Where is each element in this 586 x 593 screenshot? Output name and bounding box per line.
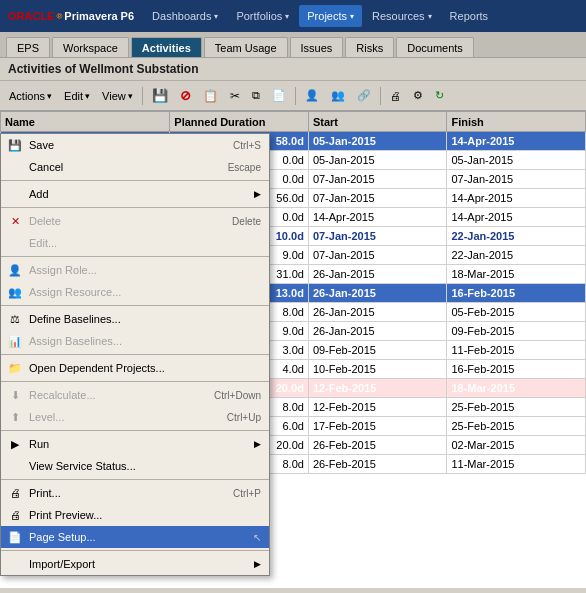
cell-start: 07-Jan-2015 (308, 170, 447, 189)
tab-team-usage[interactable]: Team Usage (204, 37, 288, 57)
define-baselines-icon: ⚖ (5, 313, 25, 326)
menu-item-open-dependent[interactable]: 📁 Open Dependent Projects... (1, 357, 269, 379)
portfolios-arrow: ▾ (285, 12, 289, 21)
cell-finish: 14-Apr-2015 (447, 189, 586, 208)
menu-item-cancel[interactable]: Cancel Escape (1, 156, 269, 178)
menu-item-add[interactable]: Add ▶ (1, 183, 269, 205)
cell-finish: 07-Jan-2015 (447, 170, 586, 189)
cell-finish: 18-Mar-2015 (447, 379, 586, 398)
tab-issues[interactable]: Issues (290, 37, 344, 57)
nav-portfolios[interactable]: Portfolios ▾ (228, 5, 297, 27)
menu-item-assign-role: 👤 Assign Role... (1, 259, 269, 281)
toolbar-add-btn[interactable]: 📋 (198, 85, 223, 107)
app-logo: ORACLE ® Primavera P6 (8, 10, 134, 22)
toolbar-separator-1 (142, 87, 143, 105)
nav-projects[interactable]: Projects ▾ (299, 5, 362, 27)
toolbar-refresh-btn[interactable]: ↻ (430, 85, 449, 107)
toolbar: Actions ▾ Edit ▾ View ▾ 💾 ⊘ 📋 ✂ ⧉ 📄 👤 👥 … (0, 81, 586, 111)
paste-icon: 📄 (272, 89, 286, 102)
cell-start: 26-Jan-2015 (308, 303, 447, 322)
cell-start: 14-Apr-2015 (308, 208, 447, 227)
dashboards-arrow: ▾ (214, 12, 218, 21)
cell-finish: 22-Jan-2015 (447, 246, 586, 265)
tab-activities[interactable]: Activities (131, 37, 202, 57)
menu-item-assign-resource: 👥 Assign Resource... (1, 281, 269, 303)
menu-item-define-baselines[interactable]: ⚖ Define Baselines... (1, 308, 269, 330)
edit-menu-button[interactable]: Edit ▾ (59, 85, 95, 107)
toolbar-btn-4[interactable]: 👥 (326, 85, 350, 107)
toolbar-print-btn[interactable]: 🖨 (385, 85, 406, 107)
tab-eps[interactable]: EPS (6, 37, 50, 57)
cell-start: 07-Jan-2015 (308, 246, 447, 265)
cell-finish: 22-Jan-2015 (447, 227, 586, 246)
cell-start: 07-Jan-2015 (308, 189, 447, 208)
nav-dashboards[interactable]: Dashboards ▾ (144, 5, 226, 27)
menu-item-edit: Edit... (1, 232, 269, 254)
refresh-icon: ↻ (435, 89, 444, 102)
menu-item-assign-baselines: 📊 Assign Baselines... (1, 330, 269, 352)
tab-documents[interactable]: Documents (396, 37, 474, 57)
copy-icon: ⧉ (252, 89, 260, 102)
cell-start: 10-Feb-2015 (308, 360, 447, 379)
table-header-row: Name Planned Duration Start Finish (1, 112, 586, 132)
toolbar-recalc-btn[interactable]: ⚙ (408, 85, 428, 107)
menu-item-level: ⬆ Level... Ctrl+Up (1, 406, 269, 428)
toolbar-paste-btn[interactable]: 📄 (267, 85, 291, 107)
top-nav-menu: Dashboards ▾ Portfolios ▾ Projects ▾ Res… (144, 5, 496, 27)
menu-sep-7 (1, 430, 269, 431)
menu-sep-6 (1, 381, 269, 382)
save-icon: 💾 (152, 88, 168, 103)
col-header-finish: Finish (447, 112, 586, 132)
trademark: ® (56, 12, 62, 21)
toolbar-copy-btn[interactable]: ⧉ (247, 85, 265, 107)
tab-risks[interactable]: Risks (345, 37, 394, 57)
tab-bar: EPS Workspace Activities Team Usage Issu… (0, 32, 586, 58)
delete-menu-icon: ✕ (5, 215, 25, 228)
cell-start: 05-Jan-2015 (308, 132, 447, 151)
content-area: Name Planned Duration Start Finish 58.0d… (0, 111, 586, 588)
page-title: Activities of Wellmont Substation (0, 58, 586, 81)
cancel-icon: ⊘ (180, 88, 191, 103)
cell-start: 26-Feb-2015 (308, 436, 447, 455)
cursor-indicator: ↖ (253, 532, 261, 543)
menu-item-save[interactable]: 💾 Save Ctrl+S (1, 134, 269, 156)
menu-sep-8 (1, 479, 269, 480)
toolbar-save-btn[interactable]: 💾 (147, 85, 173, 107)
menu-item-run[interactable]: ▶ Run ▶ (1, 433, 269, 455)
menu-item-page-setup[interactable]: 📄 Page Setup... ↖ (1, 526, 269, 548)
menu-item-delete: ✕ Delete Delete (1, 210, 269, 232)
actions-menu-button[interactable]: Actions ▾ (4, 85, 57, 107)
menu-sep-2 (1, 207, 269, 208)
menu-item-print[interactable]: 🖨 Print... Ctrl+P (1, 482, 269, 504)
menu-item-view-service[interactable]: View Service Status... (1, 455, 269, 477)
cell-start: 17-Feb-2015 (308, 417, 447, 436)
tab-workspace[interactable]: Workspace (52, 37, 129, 57)
menu-item-import-export[interactable]: Import/Export ▶ (1, 553, 269, 575)
col-header-start: Start (308, 112, 447, 132)
menu-item-print-preview[interactable]: 🖨 Print Preview... (1, 504, 269, 526)
cell-start: 26-Jan-2015 (308, 284, 447, 303)
menu-sep-3 (1, 256, 269, 257)
cell-finish: 16-Feb-2015 (447, 360, 586, 379)
view-menu-button[interactable]: View ▾ (97, 85, 138, 107)
toolbar-cancel-btn[interactable]: ⊘ (175, 85, 196, 107)
cell-start: 26-Jan-2015 (308, 265, 447, 284)
cell-start: 26-Jan-2015 (308, 322, 447, 341)
toolbar-btn-3[interactable]: 👤 (300, 85, 324, 107)
nav-reports[interactable]: Reports (442, 5, 497, 27)
cell-start: 07-Jan-2015 (308, 227, 447, 246)
cell-finish: 14-Apr-2015 (447, 132, 586, 151)
nav-resources[interactable]: Resources ▾ (364, 5, 440, 27)
resources-arrow: ▾ (428, 12, 432, 21)
open-dependent-icon: 📁 (5, 362, 25, 375)
oracle-text: ORACLE (8, 10, 54, 22)
app-name: Primavera P6 (64, 10, 134, 22)
assign-role-icon: 👤 (5, 264, 25, 277)
assign-resource-icon: 👥 (5, 286, 25, 299)
toolbar-separator-3 (380, 87, 381, 105)
cell-start: 09-Feb-2015 (308, 341, 447, 360)
cell-start: 12-Feb-2015 (308, 379, 447, 398)
assign-baselines-icon: 📊 (5, 335, 25, 348)
toolbar-cut-btn[interactable]: ✂ (225, 85, 245, 107)
toolbar-btn-5[interactable]: 🔗 (352, 85, 376, 107)
